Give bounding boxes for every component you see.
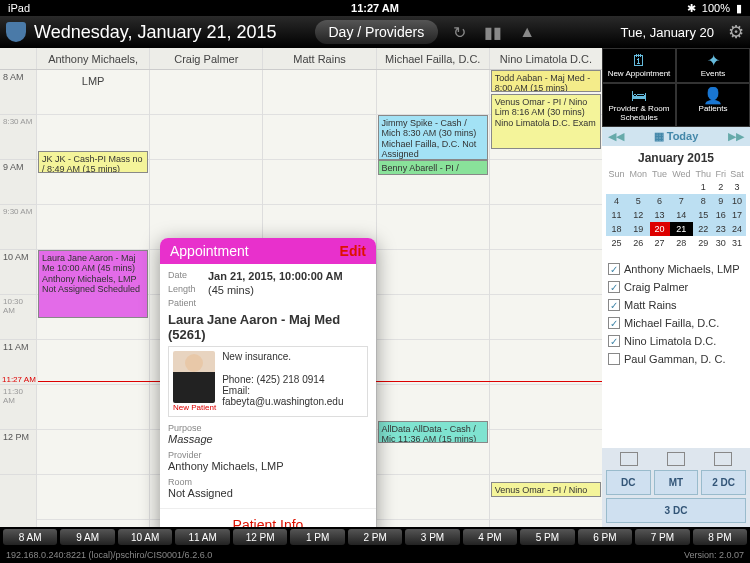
mini-cal-day[interactable]: 17 [728,208,746,222]
time-jump-button[interactable]: 10 AM [118,529,172,545]
patient-info-button[interactable]: Patient Info [160,508,376,527]
mini-cal-day[interactable]: 21 [670,222,694,236]
provider-column-label[interactable]: Matt Rains [262,48,375,69]
time-jump-button[interactable]: 3 PM [405,529,459,545]
mini-cal-day[interactable]: 12 [627,208,650,222]
provider-filter-item[interactable]: ✓Michael Failla, D.C. [606,314,746,332]
mini-cal-grid[interactable]: SunMonTueWedThuFriSat1234567891011121314… [606,168,746,250]
mini-cal-day[interactable]: 13 [650,208,670,222]
time-jump-button[interactable]: 8 AM [3,529,57,545]
chart-icon[interactable]: ▮▮ [480,23,506,42]
sidebar-action-provider-room-schedules[interactable]: 🛏Provider & Room Schedules [602,83,676,127]
time-jump-button[interactable]: 1 PM [290,529,344,545]
mini-cal-day[interactable]: 7 [670,194,694,208]
mini-cal-day[interactable]: 3 [728,180,746,194]
next-month-icon[interactable]: ▶▶ [728,130,744,143]
mini-cal-day[interactable]: 4 [606,194,627,208]
edit-button[interactable]: Edit [340,243,366,259]
sidebar-action-new-appointment[interactable]: 🗓New Appointment [602,48,676,83]
mini-cal-day[interactable]: 5 [627,194,650,208]
provider-filter-item[interactable]: ✓Matt Rains [606,296,746,314]
sync-icon[interactable]: ↻ [446,23,472,42]
checkbox-icon[interactable] [608,353,620,365]
mini-cal-day[interactable]: 22 [693,222,713,236]
appointment-block[interactable]: Todd Aaban - Maj Med - 8:00 AM (15 mins) [491,70,601,92]
time-jump-button[interactable]: 12 PM [233,529,287,545]
appt-length: (45 mins) [208,284,254,296]
mini-cal-day[interactable]: 15 [693,208,713,222]
time-jump-button[interactable]: 4 PM [463,529,517,545]
mini-cal-day[interactable]: 26 [627,236,650,250]
mini-cal-day[interactable]: 8 [693,194,713,208]
checkbox-icon[interactable]: ✓ [608,281,620,293]
checkbox-icon[interactable]: ✓ [608,263,620,275]
mini-cal-day[interactable]: 30 [713,236,728,250]
appointment-block[interactable]: Benny Abarell - PI / Michae [378,160,488,175]
mini-cal-day[interactable]: 6 [650,194,670,208]
app-logo-icon[interactable] [6,22,26,42]
mini-cal-day[interactable]: 20 [650,222,670,236]
mini-cal-day[interactable]: 9 [713,194,728,208]
alert-icon[interactable]: ▲ [514,23,540,41]
prev-month-icon[interactable]: ◀◀ [608,130,624,143]
mini-cal-day[interactable]: 2 [713,180,728,194]
mini-cal-day[interactable]: 24 [728,222,746,236]
mini-cal-day [627,180,650,194]
appointment-block[interactable]: Jimmy Spike - Cash / Mich 8:30 AM (30 mi… [378,115,488,160]
time-jump-button[interactable]: 11 AM [175,529,229,545]
secondary-date[interactable]: Tue, January 20 [621,25,714,40]
time-jump-button[interactable]: 8 PM [693,529,747,545]
mini-cal-day[interactable]: 1 [693,180,713,194]
provider-filter-item[interactable]: ✓Anthony Michaels, LMP [606,260,746,278]
sidebar-action-events[interactable]: ✦Events [676,48,750,83]
time-slot-label: 9:30 AM [0,205,36,250]
provider-filter-item[interactable]: ✓Nino Limatola D.C. [606,332,746,350]
mini-cal-day[interactable]: 28 [670,236,694,250]
mini-cal-day[interactable]: 18 [606,222,627,236]
checkbox-icon[interactable]: ✓ [608,299,620,311]
room-filter-button[interactable]: 2 DC [701,470,746,495]
provider-column-label[interactable]: Michael Failla, D.C. [376,48,489,69]
server-address: 192.168.0.240:8221 (local)/pschiro/CIS00… [6,550,212,560]
version-label: Version: 2.0.07 [684,550,744,560]
room-filter-button[interactable]: DC [606,470,651,495]
checkbox-icon[interactable]: ✓ [608,317,620,329]
provider-filter-item[interactable]: ✓Craig Palmer [606,278,746,296]
mini-cal-day[interactable]: 11 [606,208,627,222]
today-button[interactable]: Today [667,130,699,142]
time-jump-button[interactable]: 6 PM [578,529,632,545]
appointment-block[interactable]: Venus Omar - PI / Nino Lim 8:16 AM (30 m… [491,94,601,149]
time-jump-button[interactable]: 7 PM [635,529,689,545]
layout-icon[interactable] [620,452,638,466]
provider-column-label[interactable]: Anthony Michaels, LMP [36,48,149,69]
appointment-block[interactable]: Laura Jane Aaron - Maj Me 10:00 AM (45 m… [38,250,148,318]
appointment-block[interactable]: AllData AllData - Cash / Mic 11:36 AM (1… [378,421,488,443]
time-jump-button[interactable]: 9 AM [60,529,114,545]
mini-cal-day[interactable]: 31 [728,236,746,250]
sidebar-action-patients[interactable]: 👤Patients [676,83,750,127]
view-mode-chip[interactable]: Day / Providers [315,20,439,44]
patient-phone: Phone: (425) 218 0914 [222,374,363,385]
room-filter-button[interactable]: MT [654,470,699,495]
layout-icon[interactable] [667,452,685,466]
mini-cal-day[interactable]: 29 [693,236,713,250]
time-jump-button[interactable]: 2 PM [348,529,402,545]
mini-cal-day[interactable]: 14 [670,208,694,222]
appointment-block[interactable]: Venus Omar - PI / Nino Lim [491,482,601,497]
provider-filter-item[interactable]: Paul Gamman, D. C. [606,350,746,368]
mini-cal-day[interactable]: 25 [606,236,627,250]
mini-cal-day[interactable]: 19 [627,222,650,236]
room-filter-button[interactable]: 3 DC [606,498,746,523]
provider-column-label[interactable]: Nino Limatola D.C. [489,48,602,69]
appointment-block[interactable]: JK JK - Cash-PI Mass no / 8:49 AM (15 mi… [38,151,148,173]
now-time-label: 11:27 AM [0,375,38,384]
time-jump-button[interactable]: 5 PM [520,529,574,545]
mini-cal-day[interactable]: 23 [713,222,728,236]
mini-cal-day[interactable]: 27 [650,236,670,250]
provider-column-label[interactable]: Craig Palmer [149,48,262,69]
gear-icon[interactable]: ⚙ [728,21,744,43]
mini-cal-day[interactable]: 10 [728,194,746,208]
layout-icon[interactable] [714,452,732,466]
mini-cal-day[interactable]: 16 [713,208,728,222]
checkbox-icon[interactable]: ✓ [608,335,620,347]
